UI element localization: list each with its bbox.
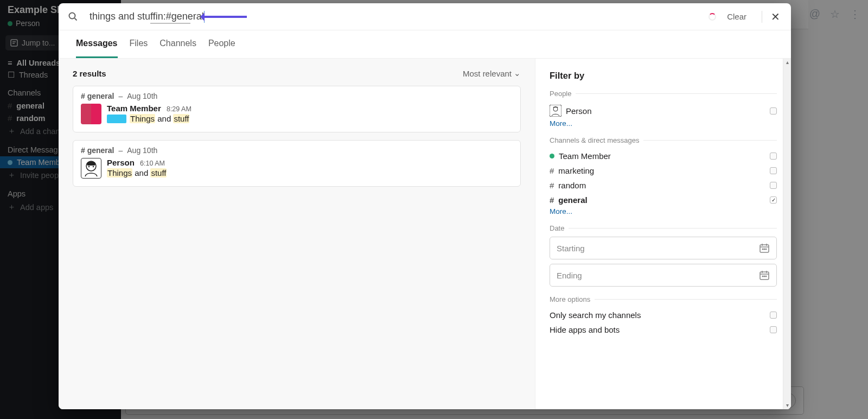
date-end-input[interactable]: Ending bbox=[550, 264, 777, 287]
search-tabs: Messages Files Channels People bbox=[59, 30, 791, 59]
filter-cdm-header: Channels & direct messages bbox=[550, 136, 643, 144]
filter-cdm-team-member[interactable]: Team Member bbox=[550, 149, 777, 163]
result-message: Things and stuff bbox=[107, 168, 167, 177]
svg-point-3 bbox=[88, 166, 90, 168]
search-input[interactable]: things and stuff in:#general bbox=[90, 3, 709, 30]
checkbox[interactable] bbox=[770, 182, 777, 189]
clear-search-button[interactable]: Clear bbox=[727, 12, 746, 21]
annotation-arrow-icon bbox=[201, 16, 247, 18]
checkbox[interactable]: ✓ bbox=[770, 196, 777, 204]
svg-point-4 bbox=[93, 166, 94, 168]
kebab-menu-icon[interactable]: ⋮ bbox=[850, 8, 860, 21]
filter-people-header: People bbox=[550, 90, 576, 98]
tab-people[interactable]: People bbox=[208, 30, 235, 58]
filter-title: Filter by bbox=[550, 71, 777, 81]
filter-only-my-channels[interactable]: Only search my channels bbox=[550, 308, 777, 322]
filter-cdm-more[interactable]: More... bbox=[550, 207, 777, 215]
result-message: Things and stuff bbox=[107, 114, 192, 123]
result-time: 6:10 AM bbox=[140, 160, 165, 167]
checkbox[interactable] bbox=[770, 107, 777, 115]
attachment-chip-icon bbox=[107, 115, 126, 123]
hash-icon: # bbox=[550, 195, 554, 205]
svg-point-1 bbox=[69, 13, 75, 19]
filter-cdm-general[interactable]: #general ✓ bbox=[550, 193, 777, 207]
filter-more-header: More options bbox=[550, 295, 595, 303]
avatar bbox=[81, 104, 101, 124]
presence-dot-icon bbox=[550, 154, 554, 158]
result-author: Person bbox=[107, 158, 135, 167]
filter-cdm-marketing[interactable]: #marketing bbox=[550, 163, 777, 178]
result-author: Team Member bbox=[107, 104, 161, 113]
checkbox[interactable] bbox=[770, 167, 777, 174]
checkbox[interactable] bbox=[770, 326, 777, 333]
search-icon bbox=[68, 12, 78, 21]
filter-date-header: Date bbox=[550, 224, 569, 232]
svg-point-14 bbox=[765, 276, 767, 277]
result-channel: # general bbox=[81, 146, 114, 155]
svg-point-10 bbox=[765, 249, 767, 250]
result-time: 8:29 AM bbox=[167, 105, 192, 113]
close-icon[interactable]: ✕ bbox=[770, 10, 781, 23]
filter-pane: Filter by People Person More... Channels… bbox=[535, 59, 791, 409]
filter-person[interactable]: Person bbox=[550, 102, 777, 119]
svg-point-8 bbox=[762, 249, 763, 250]
calendar-icon bbox=[759, 270, 770, 281]
scrollbar[interactable]: ▴ ▾ bbox=[783, 59, 791, 409]
results-count: 2 results bbox=[73, 69, 106, 78]
results-pane: 2 results Most relevant ⌄ # general – Au… bbox=[59, 59, 535, 409]
result-date: Aug 10th bbox=[127, 92, 157, 100]
calendar-icon bbox=[759, 243, 770, 253]
result-card[interactable]: # general – Aug 10th Person 6:10 AM bbox=[73, 140, 521, 187]
scroll-up-icon[interactable]: ▴ bbox=[783, 59, 791, 66]
star-icon[interactable]: ☆ bbox=[830, 8, 840, 21]
svg-point-9 bbox=[764, 249, 765, 250]
svg-point-13 bbox=[764, 276, 765, 277]
date-start-input[interactable]: Starting bbox=[550, 237, 777, 259]
result-card[interactable]: # general – Aug 10th Team Member 8:29 bbox=[73, 86, 521, 132]
result-date: Aug 10th bbox=[127, 146, 157, 155]
svg-point-12 bbox=[762, 276, 763, 277]
chevron-down-icon: ⌄ bbox=[514, 68, 521, 78]
tab-channels[interactable]: Channels bbox=[159, 30, 196, 58]
svg-point-6 bbox=[553, 107, 558, 111]
result-channel: # general bbox=[81, 92, 114, 100]
tab-files[interactable]: Files bbox=[130, 30, 148, 58]
hash-icon: # bbox=[550, 181, 554, 190]
filter-people-more[interactable]: More... bbox=[550, 119, 777, 128]
mention-browser-icon[interactable]: @ bbox=[809, 8, 820, 21]
filter-hide-apps-bots[interactable]: Hide apps and bots bbox=[550, 322, 777, 337]
hash-icon: # bbox=[550, 166, 554, 175]
tab-messages[interactable]: Messages bbox=[76, 30, 118, 58]
avatar bbox=[550, 105, 561, 117]
avatar bbox=[81, 158, 101, 179]
sort-dropdown[interactable]: Most relevant ⌄ bbox=[463, 68, 521, 78]
search-modal: things and stuff in:#general Clear ✕ Mes… bbox=[59, 3, 791, 409]
loading-spinner-icon bbox=[709, 13, 716, 21]
filter-cdm-random[interactable]: #random bbox=[550, 178, 777, 193]
checkbox[interactable] bbox=[770, 153, 777, 160]
checkbox[interactable] bbox=[770, 312, 777, 319]
